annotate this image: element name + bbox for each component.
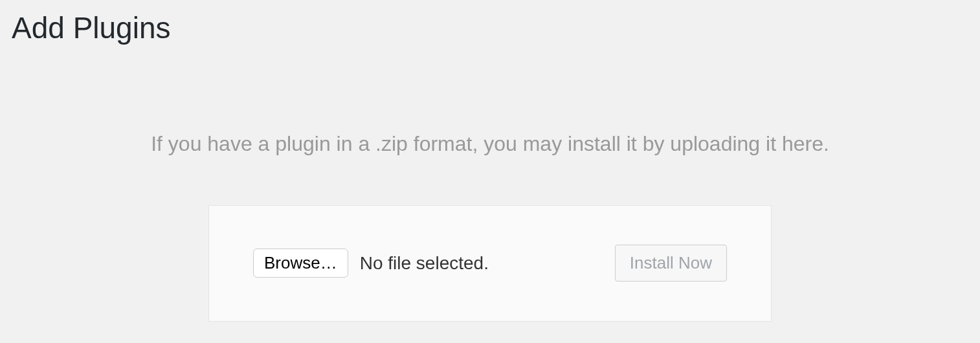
file-input-group: Browse… No file selected. xyxy=(253,249,489,278)
upload-panel: Browse… No file selected. Install Now xyxy=(208,205,772,322)
upload-instruction: If you have a plugin in a .zip format, y… xyxy=(0,132,980,156)
install-now-button[interactable]: Install Now xyxy=(615,245,727,282)
browse-button[interactable]: Browse… xyxy=(253,249,348,278)
page-title: Add Plugins xyxy=(0,0,980,48)
file-selected-status: No file selected. xyxy=(360,253,489,274)
